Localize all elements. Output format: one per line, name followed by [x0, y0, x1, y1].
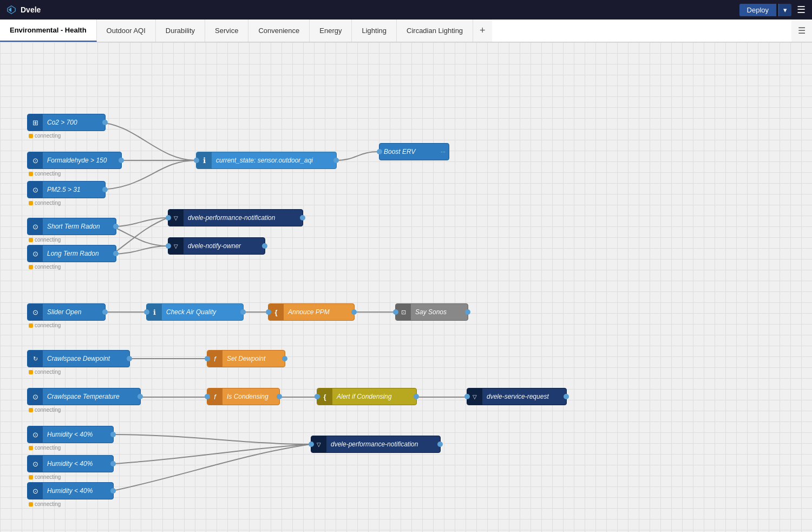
humidity2-label: Humidity < 40% — [43, 460, 113, 468]
crawl-dewpoint-output-port[interactable] — [127, 356, 132, 361]
humidity3-status: connecting — [29, 501, 61, 507]
humidity2-status-label: connecting — [35, 474, 61, 480]
long-radon-node[interactable]: ⊙ Long Term Radon connecting — [27, 245, 116, 262]
crawl-temp-icon: ⊙ — [28, 388, 43, 405]
crawl-dewpoint-status-label: connecting — [35, 369, 61, 375]
set-dewpoint-output-port[interactable] — [282, 356, 287, 361]
alert-condensing-input-port[interactable] — [315, 394, 320, 399]
co2-node[interactable]: ⊞ Co2 > 700 connecting — [27, 114, 106, 131]
humidity1-status: connecting — [29, 445, 61, 451]
tab-list-button[interactable]: ☰ — [791, 20, 812, 42]
dvele-perf-notif2-input-port[interactable] — [309, 442, 314, 447]
tab-energy[interactable]: Energy — [310, 20, 352, 42]
is-condensing-node[interactable]: f Is Condensing — [207, 388, 280, 405]
crawl-temp-status-dot — [29, 408, 33, 412]
check-air-input-port[interactable] — [144, 309, 149, 315]
slider-open-label: Slider Open — [43, 308, 105, 316]
tab-convenience[interactable]: Convenience — [248, 20, 310, 42]
humidity2-node[interactable]: ⊙ Humidity < 40% connecting — [27, 455, 114, 472]
humidity1-status-label: connecting — [35, 445, 61, 451]
slider-open-node[interactable]: ⊙ Slider Open connecting — [27, 303, 106, 321]
say-sonos-output-port[interactable] — [465, 309, 470, 315]
crawl-temp-status: connecting — [29, 407, 61, 413]
alert-condensing-label: Alert if Condensing — [332, 393, 416, 400]
set-dewpoint-input-port[interactable] — [205, 356, 210, 361]
dvele-notify-owner-label: dvele-notify-owner — [184, 242, 265, 250]
current-state-input-port[interactable] — [194, 158, 199, 163]
deploy-button[interactable]: Deploy — [739, 4, 776, 16]
check-air-output-port[interactable] — [240, 309, 246, 315]
humidity2-output-port[interactable] — [110, 461, 116, 466]
long-radon-output-port[interactable] — [113, 251, 119, 256]
co2-status-dot — [29, 134, 33, 138]
say-sonos-input-port[interactable] — [393, 309, 398, 315]
tab-service[interactable]: Service — [205, 20, 248, 42]
co2-output-port[interactable] — [102, 120, 108, 125]
dvele-perf-notif2-node[interactable]: ▽ dvele-performance-notification — [311, 436, 441, 453]
short-radon-output-port[interactable] — [113, 224, 119, 229]
long-radon-icon: ⊙ — [28, 245, 43, 262]
humidity3-node[interactable]: ⊙ Humidity < 40% connecting — [27, 482, 114, 499]
crawl-temp-status-label: connecting — [35, 407, 61, 413]
menu-button[interactable]: ☰ — [797, 4, 806, 16]
alert-condensing-output-port[interactable] — [414, 394, 419, 399]
humidity3-label: Humidity < 40% — [43, 487, 113, 495]
tab-durability[interactable]: Durability — [156, 20, 205, 42]
humidity1-output-port[interactable] — [110, 432, 116, 437]
tab-lighting[interactable]: Lighting — [352, 20, 397, 42]
is-condensing-output-port[interactable] — [277, 394, 282, 399]
svg-marker-1 — [9, 8, 11, 12]
dvele-service-req-node[interactable]: ▽ dvele-service-request — [467, 388, 567, 405]
set-dewpoint-node[interactable]: f Set Dewpoint — [207, 350, 285, 367]
crawl-temp-node[interactable]: ⊙ Crawlspace Temperature connecting — [27, 388, 141, 405]
dvele-service-req-input-port[interactable] — [464, 394, 470, 399]
dvele-notify-owner-input-port[interactable] — [166, 243, 171, 249]
tab-env-health[interactable]: Environmental - Health — [0, 20, 97, 42]
is-condensing-input-port[interactable] — [205, 394, 210, 399]
say-sonos-node[interactable]: ⊡ Say Sonos — [395, 303, 468, 321]
current-state-output-port[interactable] — [333, 158, 339, 163]
dvele-perf-notif2-output-port[interactable] — [437, 442, 443, 447]
co2-icon: ⊞ — [28, 114, 43, 131]
formaldehyde-label: Formaldehyde > 150 — [43, 157, 121, 164]
humidity3-output-port[interactable] — [110, 488, 116, 494]
flow-canvas[interactable]: ⊞ Co2 > 700 connecting ⊙ Formaldehyde > … — [0, 42, 812, 532]
crawl-dewpoint-node[interactable]: ↻ Crawlspace Dewpoint connecting — [27, 350, 130, 367]
dvele-perf-notif1-output-port[interactable] — [300, 215, 305, 220]
boost-erv-input-port[interactable] — [377, 149, 382, 154]
slider-open-status-dot — [29, 323, 33, 328]
formaldehyde-status-label: connecting — [35, 171, 61, 177]
co2-status-label: connecting — [35, 133, 61, 139]
tab-circadian-lighting[interactable]: Circadian Lighting — [397, 20, 473, 42]
announce-ppm-input-port[interactable] — [266, 309, 271, 315]
pm25-output-port[interactable] — [102, 187, 108, 192]
add-tab-button[interactable]: + — [473, 20, 492, 42]
boost-erv-node[interactable]: Boost ERV ··· — [379, 143, 449, 160]
current-state-node[interactable]: ℹ current_state: sensor.outdoor_aqi — [196, 152, 337, 169]
humidity1-status-dot — [29, 446, 33, 450]
formaldehyde-status: connecting — [29, 171, 61, 177]
dvele-notify-owner-node[interactable]: ▽ dvele-notify-owner — [168, 237, 265, 255]
announce-ppm-node[interactable]: { Annouce PPM — [268, 303, 355, 321]
crawl-dewpoint-label: Crawlspace Dewpoint — [43, 355, 129, 362]
dvele-service-req-label: dvele-service-request — [482, 393, 566, 400]
dvele-service-req-output-port[interactable] — [564, 394, 569, 399]
humidity1-node[interactable]: ⊙ Humidity < 40% connecting — [27, 426, 114, 443]
tab-outdoor-aqi[interactable]: Outdoor AQI — [97, 20, 156, 42]
deploy-caret-button[interactable]: ▾ — [778, 4, 791, 16]
long-radon-status-dot — [29, 265, 33, 269]
check-air-node[interactable]: ℹ Check Air Quality — [146, 303, 244, 321]
formaldehyde-output-port[interactable] — [119, 158, 124, 163]
crawl-temp-output-port[interactable] — [137, 394, 143, 399]
formaldehyde-node[interactable]: ⊙ Formaldehyde > 150 connecting — [27, 152, 122, 169]
dvele-notify-owner-output-port[interactable] — [262, 243, 267, 249]
pm25-node[interactable]: ⊙ PM2.5 > 31 connecting — [27, 181, 106, 198]
slider-open-output-port[interactable] — [102, 309, 108, 315]
boost-erv-label: Boost ERV — [379, 148, 449, 155]
short-radon-node[interactable]: ⊙ Short Term Radon connecting — [27, 218, 116, 235]
alert-condensing-node[interactable]: { Alert if Condensing — [317, 388, 417, 405]
dvele-perf-notif1-input-port[interactable] — [166, 215, 171, 220]
short-radon-label: Short Term Radon — [43, 223, 116, 230]
dvele-perf-notif1-node[interactable]: ▽ dvele-performance-notification — [168, 209, 303, 226]
announce-ppm-output-port[interactable] — [351, 309, 357, 315]
